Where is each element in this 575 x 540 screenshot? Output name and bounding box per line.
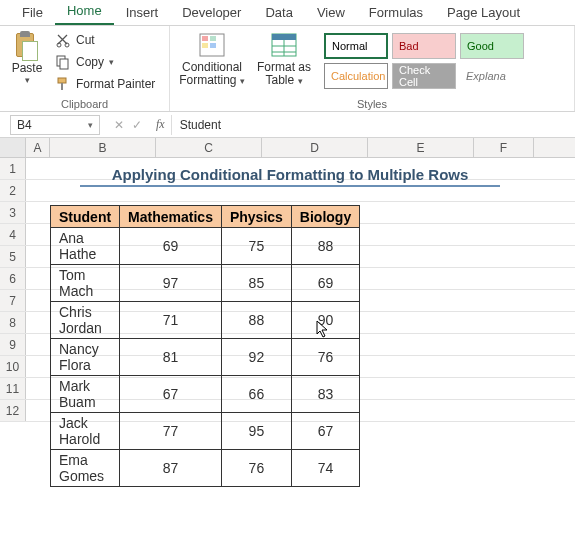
cell-math[interactable]: 81 [120, 339, 222, 376]
name-box[interactable]: B4 ▾ [10, 115, 100, 135]
format-as-table-icon [269, 31, 299, 59]
th-student[interactable]: Student [51, 206, 120, 228]
chevron-down-icon[interactable]: ▾ [298, 76, 303, 86]
cell-phys[interactable]: 76 [221, 450, 291, 487]
col-header-b[interactable]: B [50, 138, 156, 157]
format-as-table-button[interactable]: Format as Table ▾ [248, 29, 320, 95]
cut-button[interactable]: Cut [52, 31, 158, 49]
styles-group: Conditional Formatting ▾ Format as Table… [170, 26, 575, 111]
cell-student[interactable]: Chris Jordan [51, 302, 120, 339]
th-biology[interactable]: Biology [291, 206, 359, 228]
tab-data[interactable]: Data [253, 1, 304, 25]
row-header[interactable]: 7 [0, 290, 26, 311]
cell-student[interactable]: Jack Harold [51, 413, 120, 450]
enter-icon[interactable]: ✓ [132, 118, 142, 132]
copy-icon [55, 54, 71, 70]
cell-student[interactable]: Nancy Flora [51, 339, 120, 376]
style-check-cell[interactable]: Check Cell [392, 63, 456, 89]
cell-phys[interactable]: 92 [221, 339, 291, 376]
chevron-down-icon[interactable]: ▾ [25, 75, 30, 85]
row-header[interactable]: 2 [0, 180, 26, 201]
cell-bio[interactable]: 69 [291, 265, 359, 302]
svg-rect-4 [58, 78, 66, 83]
fx-icon[interactable]: fx [150, 117, 171, 132]
cell-student[interactable]: Tom Mach [51, 265, 120, 302]
cell-phys[interactable]: 95 [221, 413, 291, 450]
ribbon-content: Paste ▾ Cut Copy ▾ Format Painter C [0, 26, 575, 112]
cell-bio[interactable]: 88 [291, 228, 359, 265]
svg-rect-8 [210, 36, 216, 41]
row-header[interactable]: 1 [0, 158, 26, 179]
style-explanatory[interactable]: Explana [460, 63, 524, 89]
copy-label: Copy [76, 55, 104, 69]
select-all-corner[interactable] [0, 138, 26, 157]
row-header[interactable]: 5 [0, 246, 26, 267]
conditional-formatting-button[interactable]: Conditional Formatting ▾ [176, 29, 248, 95]
worksheet: A B C D E F 123456789101112 Applying Con… [0, 138, 575, 422]
ribbon-tabs: File Home Insert Developer Data View For… [0, 0, 575, 26]
formula-bar[interactable]: Student [171, 115, 575, 135]
row-header[interactable]: 12 [0, 400, 26, 421]
row-header[interactable]: 6 [0, 268, 26, 289]
cell-student[interactable]: Mark Buam [51, 376, 120, 413]
cell-phys[interactable]: 88 [221, 302, 291, 339]
cell-bio[interactable]: 76 [291, 339, 359, 376]
tab-formulas[interactable]: Formulas [357, 1, 435, 25]
tab-home[interactable]: Home [55, 0, 114, 25]
row-header[interactable]: 11 [0, 378, 26, 399]
cell-bio[interactable]: 67 [291, 413, 359, 450]
table-row: Ema Gomes877674 [51, 450, 360, 487]
col-header-c[interactable]: C [156, 138, 262, 157]
chevron-down-icon[interactable]: ▾ [88, 120, 93, 130]
row-header[interactable]: 3 [0, 202, 26, 223]
style-calculation[interactable]: Calculation [324, 63, 388, 89]
styles-group-label: Styles [176, 97, 568, 110]
cell-bio[interactable]: 83 [291, 376, 359, 413]
paste-button[interactable]: Paste ▾ [6, 29, 48, 95]
paste-label: Paste [12, 61, 43, 75]
row-header[interactable]: 10 [0, 356, 26, 377]
style-normal[interactable]: Normal [324, 33, 388, 59]
tab-insert[interactable]: Insert [114, 1, 171, 25]
cell-phys[interactable]: 85 [221, 265, 291, 302]
cell-bio[interactable]: 74 [291, 450, 359, 487]
chevron-down-icon[interactable]: ▾ [240, 76, 245, 86]
th-mathematics[interactable]: Mathematics [120, 206, 222, 228]
table-row: Chris Jordan718890 [51, 302, 360, 339]
cut-label: Cut [76, 33, 95, 47]
col-header-e[interactable]: E [368, 138, 474, 157]
cell-bio[interactable]: 90 [291, 302, 359, 339]
cell-math[interactable]: 67 [120, 376, 222, 413]
row-header[interactable]: 4 [0, 224, 26, 245]
cell-student[interactable]: Ema Gomes [51, 450, 120, 487]
svg-rect-3 [60, 59, 68, 69]
tab-developer[interactable]: Developer [170, 1, 253, 25]
copy-button[interactable]: Copy ▾ [52, 53, 158, 71]
style-bad[interactable]: Bad [392, 33, 456, 59]
cell-phys[interactable]: 75 [221, 228, 291, 265]
cell-phys[interactable]: 66 [221, 376, 291, 413]
conditional-formatting-label: Conditional Formatting [179, 60, 242, 87]
row-header[interactable]: 8 [0, 312, 26, 333]
chevron-down-icon[interactable]: ▾ [109, 57, 114, 67]
cell-math[interactable]: 97 [120, 265, 222, 302]
col-header-a[interactable]: A [26, 138, 50, 157]
cell-math[interactable]: 71 [120, 302, 222, 339]
format-painter-button[interactable]: Format Painter [52, 75, 158, 93]
tab-pagelayout[interactable]: Page Layout [435, 1, 532, 25]
table-header-row: Student Mathematics Physics Biology [51, 206, 360, 228]
row-header[interactable]: 9 [0, 334, 26, 355]
table-row: Ana Hathe697588 [51, 228, 360, 265]
clipboard-group-label: Clipboard [6, 97, 163, 110]
th-physics[interactable]: Physics [221, 206, 291, 228]
tab-view[interactable]: View [305, 1, 357, 25]
cell-math[interactable]: 69 [120, 228, 222, 265]
style-good[interactable]: Good [460, 33, 524, 59]
cancel-icon[interactable]: ✕ [114, 118, 124, 132]
col-header-f[interactable]: F [474, 138, 534, 157]
cell-math[interactable]: 77 [120, 413, 222, 450]
cell-math[interactable]: 87 [120, 450, 222, 487]
col-header-d[interactable]: D [262, 138, 368, 157]
tab-file[interactable]: File [10, 1, 55, 25]
cell-student[interactable]: Ana Hathe [51, 228, 120, 265]
